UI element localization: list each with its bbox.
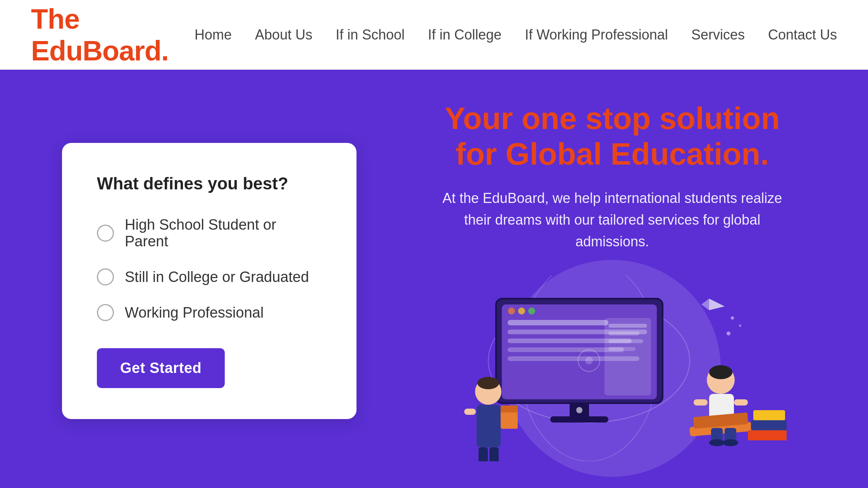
logo-text: The EduBoard	[31, 3, 161, 66]
hero-left: What defines you best? High School Stude…	[62, 143, 356, 419]
option-college[interactable]: Still in College or Graduated	[97, 268, 322, 285]
logo[interactable]: The EduBoard.	[31, 3, 195, 67]
get-started-button[interactable]: Get Started	[97, 348, 225, 388]
hero-right: Your one stop solution for Global Educat…	[356, 101, 837, 461]
hero-subtext: At the EduBoard, we help international s…	[438, 187, 787, 252]
svg-point-5	[739, 325, 741, 327]
hero-headline-dot: .	[760, 137, 769, 171]
svg-rect-49	[753, 410, 785, 420]
radio-circle-school	[97, 225, 114, 242]
option-school-label: High School Student or Parent	[125, 217, 322, 250]
logo-dot: .	[161, 35, 169, 66]
quiz-title: What defines you best?	[97, 174, 322, 193]
main-nav: Home About Us If in School If in College…	[195, 27, 837, 43]
svg-point-45	[709, 439, 725, 446]
svg-point-46	[723, 439, 738, 446]
svg-rect-32	[479, 447, 488, 461]
nav-home[interactable]: Home	[195, 27, 232, 43]
nav-contact[interactable]: Contact Us	[768, 27, 837, 43]
svg-rect-47	[748, 430, 787, 440]
svg-rect-28	[464, 409, 476, 415]
radio-circle-college	[97, 268, 114, 285]
svg-rect-27	[477, 405, 501, 447]
header: The EduBoard. Home About Us If in School…	[0, 0, 868, 70]
svg-point-6	[731, 316, 734, 320]
nav-working[interactable]: If Working Professional	[525, 27, 668, 43]
radio-group: High School Student or Parent Still in C…	[97, 217, 322, 321]
svg-rect-29	[501, 409, 512, 415]
svg-point-26	[477, 377, 499, 389]
svg-rect-43	[711, 428, 723, 442]
option-school[interactable]: High School Student or Parent	[97, 217, 322, 250]
svg-point-4	[727, 332, 730, 335]
svg-point-9	[508, 308, 515, 314]
option-working-label: Working Professional	[125, 304, 264, 321]
option-college-label: Still in College or Graduated	[125, 269, 309, 285]
nav-school[interactable]: If in School	[336, 27, 405, 43]
option-working[interactable]: Working Professional	[97, 304, 322, 321]
nav-services[interactable]: Services	[691, 27, 745, 43]
nav-about[interactable]: About Us	[255, 27, 312, 43]
hero-headline-line1: Your one stop solution	[444, 101, 780, 136]
svg-rect-40	[734, 399, 748, 406]
hero-illustration	[438, 275, 787, 461]
hero-headline-line2: for Global Education	[456, 137, 761, 171]
radio-circle-working	[97, 304, 114, 321]
svg-rect-48	[751, 420, 787, 430]
quiz-card: What defines you best? High School Stude…	[62, 143, 356, 419]
svg-point-25	[475, 378, 501, 405]
nav-college[interactable]: If in College	[428, 27, 501, 43]
svg-rect-33	[489, 447, 499, 461]
hero-headline: Your one stop solution for Global Educat…	[444, 101, 780, 172]
svg-rect-44	[725, 428, 736, 442]
illus-bg-circle	[504, 260, 721, 477]
hero-section: What defines you best? High School Stude…	[0, 70, 868, 488]
svg-marker-2	[709, 299, 725, 310]
